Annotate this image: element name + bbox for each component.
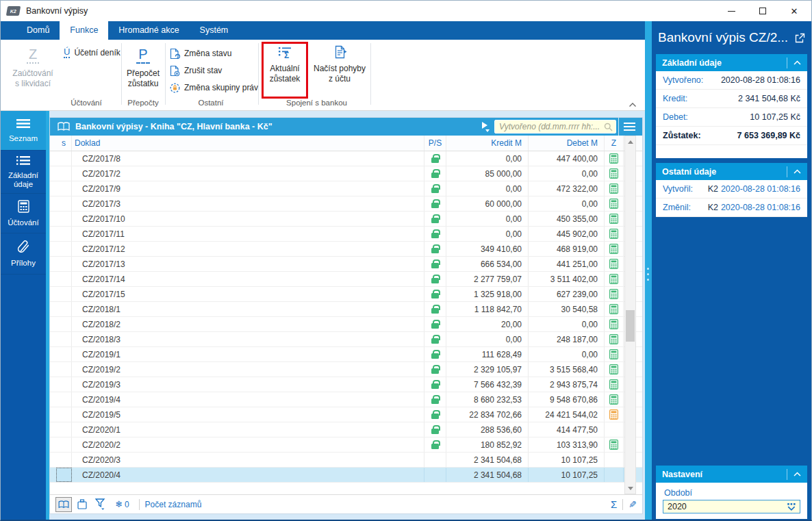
tab-funkce[interactable]: Funkce [60,21,108,40]
column-header-kredit[interactable]: Kredit M [446,136,529,151]
open-external-icon[interactable] [794,33,805,44]
chevron-up-icon[interactable] [787,166,801,177]
table-menu-button[interactable] [618,118,639,136]
zrusit-stav-button[interactable]: Zrušit stav [169,62,222,79]
sidebar-item-seznam[interactable]: Seznam [1,111,46,151]
doklad-cell: CZ/2018/2 [72,317,424,331]
ps-cell [424,377,446,392]
calculator-status-icon [609,168,618,179]
scrollbar-thumb[interactable] [626,310,635,342]
column-header-z[interactable]: Z [605,136,624,151]
zmena-skupiny-prav-button[interactable]: Změna skupiny práv [169,79,258,96]
table-row[interactable]: CZ/2018/11 118 842,7030 540,58 [50,302,642,317]
tab-hromadne-akce[interactable]: Hromadné akce [108,21,189,40]
freeze-icon[interactable]: ❄ [115,499,123,509]
calculator-icon [18,200,29,215]
zmena-stavu-button[interactable]: Změna stavu [169,45,231,62]
z-cell [605,468,624,482]
table-row[interactable]: CZ/2018/220,000,00 [50,317,642,332]
section-header[interactable]: Nastavení [656,466,807,483]
table-row[interactable]: CZ/2019/1111 628,490,00 [50,347,642,362]
tab-domu[interactable]: Domů [16,21,60,40]
play-icon [482,122,487,129]
debet-cell: 468 919,00 [529,242,605,256]
sidebar-item-uctovani[interactable]: Účtování [1,194,46,233]
table-row[interactable]: CZ/2017/151 325 918,00627 239,00 [50,287,642,302]
row-select-cell [56,151,72,166]
nacist-pohyby-button[interactable]: Načíst pohyby z účtu [310,45,369,84]
group-separator [121,43,122,105]
scroll-down-button[interactable] [625,483,635,494]
table-row[interactable]: CZ/2019/22 329 105,973 515 568,40 [50,362,642,377]
maximize-button[interactable] [747,1,778,21]
search-input[interactable] [495,122,604,131]
table-row[interactable]: CZ/2017/13666 534,00441 251,00 [50,257,642,272]
debet-cell: 3 515 568,40 [529,362,605,377]
ps-cell [424,362,446,377]
filter-button[interactable] [92,497,109,512]
table-row[interactable]: CZ/2018/30,00248 187,00 [50,332,642,347]
prepocet-zustatku-button[interactable]: P Přepočet zůstatku [123,46,164,89]
column-header-s[interactable]: s [56,136,72,151]
ps-cell [424,196,446,211]
table-row[interactable]: CZ/2017/80,00447 400,00 [50,151,642,166]
table-row[interactable]: CZ/2017/12349 410,60468 919,00 [50,242,642,257]
svg-text:Σ: Σ [284,51,289,60]
scroll-up-button[interactable] [625,136,635,147]
kredit-cell: 0,00 [446,212,529,226]
vertical-scrollbar[interactable] [624,136,636,494]
edit-button[interactable]: ✎ [629,499,637,510]
book-view-button[interactable] [55,497,72,512]
ps-cell [424,437,446,452]
table-row[interactable]: CZ/2019/37 566 432,392 943 875,74 [50,377,642,392]
calculator-status-icon [609,319,618,329]
document-cancel-icon [169,65,181,77]
table-row[interactable]: CZ/2020/2180 852,92103 313,90 [50,437,642,453]
table-row[interactable]: CZ/2020/42 341 504,6810 107,25 [50,468,642,483]
sum-button[interactable]: Σ [611,498,617,510]
doklad-cell: CZ/2017/8 [72,151,424,166]
table-row[interactable]: CZ/2019/48 680 232,539 548 670,86 [50,392,642,407]
table-row[interactable]: CZ/2017/90,00472 322,00 [50,181,642,196]
table-row[interactable]: CZ/2017/285 000,000,00 [50,166,642,181]
aktualni-zustatek-button[interactable]: Σ Aktuální zůstatek [264,45,305,84]
card-view-button[interactable] [74,497,90,512]
section-header[interactable]: Základní údaje [656,54,807,71]
debet-cell: 627 239,00 [529,287,605,301]
table-row[interactable]: CZ/2017/100,00450 355,00 [50,212,642,227]
calculator-status-icon [609,274,618,284]
table-row[interactable]: CZ/2019/522 834 702,6624 421 544,02 [50,407,642,422]
table-row[interactable]: CZ/2017/360 000,000,00 [50,196,642,212]
column-header-doklad[interactable]: Doklad [72,136,424,151]
period-combobox[interactable]: 2020 [663,500,800,513]
sidebar-item-zakladni-udaje[interactable]: Základní údaje [1,151,46,194]
lock-icon [431,233,439,238]
row-select-cell [56,317,72,331]
search-run-button[interactable] [482,122,492,131]
lock-icon [431,338,439,344]
column-header-debet[interactable]: Debet M [529,136,605,151]
ps-cell [424,317,446,331]
table-row[interactable]: CZ/2017/110,00445 902,00 [50,227,642,242]
zauctovani-s-likvidaci-button[interactable]: Z Zaúčtování s likvidací [6,46,60,89]
ribbon-collapse-icon[interactable] [629,102,637,107]
table-row[interactable]: CZ/2017/142 277 759,073 511 402,00 [50,272,642,287]
lock-icon [431,368,439,374]
table-row[interactable]: CZ/2020/32 341 504,6810 107,25 [50,453,642,468]
kredit-cell: 60 000,00 [446,196,529,211]
sidebar-item-prilohy[interactable]: Přílohy [1,233,46,275]
record-count-button[interactable]: Počet záznamů [145,500,202,509]
right-splitter[interactable] [645,21,652,520]
section-header[interactable]: Ostatní údaje [656,163,807,180]
chevron-up-icon[interactable] [787,469,801,480]
close-button[interactable]: ✕ [778,1,810,21]
doklad-cell: CZ/2017/10 [72,212,424,226]
tab-system[interactable]: Systém [190,21,239,40]
table-row[interactable]: CZ/2020/1288 536,60414 477,50 [50,422,642,437]
minimize-button[interactable] [715,1,747,21]
chevron-up-icon[interactable] [787,58,801,68]
app-icon: K2 [6,6,21,16]
ucetni-denik-button[interactable]: Ú Účetní deník [64,45,120,61]
lock-icon [431,323,439,329]
column-header-ps[interactable]: P/S [424,136,446,151]
